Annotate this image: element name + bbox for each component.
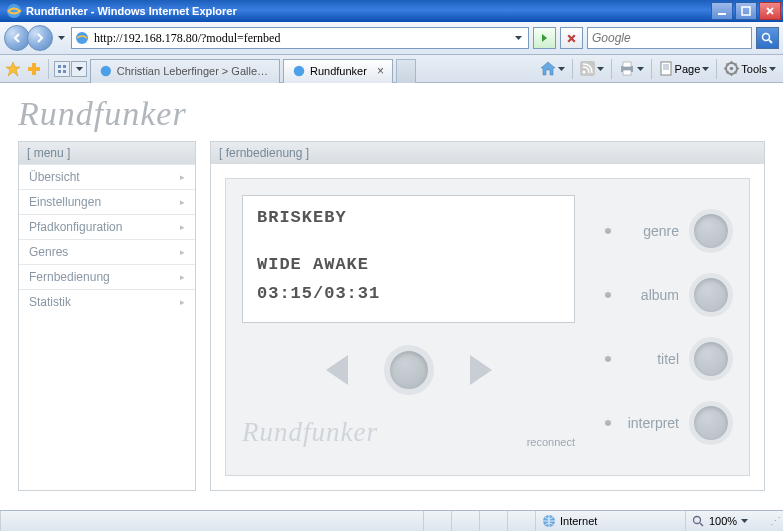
chevron-right-icon: ▸ (180, 172, 185, 182)
page-menu-button[interactable]: Page (656, 58, 713, 80)
svg-rect-2 (742, 7, 750, 15)
display-title: WIDE AWAKE (257, 255, 560, 274)
chevron-right-icon: ▸ (180, 197, 185, 207)
device-logo: Rundfunker (242, 417, 378, 448)
stop-button[interactable] (560, 27, 583, 49)
page-menu-label: Page (675, 63, 701, 75)
svg-rect-9 (58, 70, 61, 73)
svg-rect-1 (718, 13, 726, 15)
titel-knob[interactable] (689, 337, 733, 381)
zoom-control[interactable]: 100% (685, 511, 767, 531)
url-dropdown[interactable] (510, 36, 526, 40)
window-titlebar: Rundfunker - Windows Internet Explorer (0, 0, 783, 22)
chevron-right-icon: ▸ (180, 222, 185, 232)
svg-rect-8 (63, 65, 66, 68)
maximize-button[interactable] (735, 2, 757, 20)
chevron-right-icon: ▸ (180, 247, 185, 257)
nav-history-dropdown[interactable] (55, 25, 67, 51)
album-knob[interactable] (689, 273, 733, 317)
menu-item-uebersicht[interactable]: Übersicht▸ (19, 164, 195, 189)
svg-rect-7 (58, 65, 61, 68)
tab-close-icon[interactable]: × (377, 64, 384, 78)
status-bar: Internet 100% ⋰ (0, 510, 783, 531)
svg-point-20 (730, 67, 734, 71)
new-tab-button[interactable] (396, 59, 416, 83)
ie-icon (292, 64, 306, 78)
display-time: 03:15/03:31 (257, 284, 560, 303)
brand-logo: Rundfunker (18, 95, 765, 133)
now-playing-display: BRISKEBY WIDE AWAKE 03:15/03:31 (242, 195, 575, 323)
add-favorite-icon[interactable] (25, 60, 43, 78)
svg-point-22 (694, 516, 701, 523)
svg-point-11 (101, 66, 111, 76)
menu-item-einstellungen[interactable]: Einstellungen▸ (19, 189, 195, 214)
window-title: Rundfunker - Windows Internet Explorer (26, 5, 237, 17)
status-text (0, 511, 423, 531)
remote-panel: [ fernbedienung ] BRISKEBY WIDE AWAKE 03… (210, 141, 765, 491)
reconnect-link[interactable]: reconnect (527, 436, 575, 448)
minimize-button[interactable] (711, 2, 733, 20)
chevron-right-icon: ▸ (180, 297, 185, 307)
tab-label: Christian Leberfinger > Gallery... (117, 65, 271, 77)
url-input[interactable] (94, 31, 510, 46)
indicator-dot (605, 292, 611, 298)
tab-rundfunker[interactable]: Rundfunker × (283, 59, 393, 83)
security-zone[interactable]: Internet (535, 511, 685, 531)
remote-header: [ fernbedienung ] (211, 142, 764, 164)
quick-tabs[interactable] (54, 61, 87, 77)
control-label-interpret: interpret (621, 415, 679, 431)
control-label-titel: titel (621, 351, 679, 367)
ie-icon (99, 64, 113, 78)
svg-point-14 (582, 71, 585, 74)
display-artist: BRISKEBY (257, 208, 560, 227)
svg-rect-10 (63, 70, 66, 73)
svg-rect-17 (623, 70, 631, 75)
tab-gallery[interactable]: Christian Leberfinger > Gallery... (90, 59, 280, 83)
zoom-icon (692, 515, 705, 528)
play-button[interactable] (384, 345, 434, 395)
menu-header: [ menu ] (19, 142, 195, 164)
indicator-dot (605, 228, 611, 234)
next-button[interactable] (470, 355, 492, 385)
tab-toolbar: Christian Leberfinger > Gallery... Rundf… (0, 55, 783, 83)
navigation-bar (0, 22, 783, 55)
close-button[interactable] (759, 2, 781, 20)
control-label-genre: genre (621, 223, 679, 239)
indicator-dot (605, 356, 611, 362)
svg-rect-16 (623, 62, 631, 67)
interpret-knob[interactable] (689, 401, 733, 445)
svg-point-4 (763, 33, 770, 40)
search-box[interactable] (587, 27, 752, 49)
tools-menu-button[interactable]: Tools (721, 58, 779, 80)
control-label-album: album (621, 287, 679, 303)
prev-button[interactable] (326, 355, 348, 385)
page-icon (74, 30, 90, 46)
forward-button[interactable] (27, 25, 53, 51)
home-button[interactable] (537, 58, 568, 80)
menu-item-statistik[interactable]: Statistik▸ (19, 289, 195, 314)
resize-grip[interactable]: ⋰ (767, 515, 783, 528)
menu-panel: [ menu ] Übersicht▸ Einstellungen▸ Pfadk… (18, 141, 196, 491)
tab-label: Rundfunker (310, 65, 367, 77)
svg-rect-6 (28, 67, 40, 71)
feeds-button[interactable] (577, 58, 607, 80)
indicator-dot (605, 420, 611, 426)
tools-menu-label: Tools (741, 63, 767, 75)
print-button[interactable] (616, 58, 647, 80)
ie-icon (6, 3, 22, 19)
menu-item-genres[interactable]: Genres▸ (19, 239, 195, 264)
svg-point-12 (294, 66, 305, 77)
page-content: Rundfunker [ menu ] Übersicht▸ Einstellu… (0, 83, 783, 510)
menu-item-pfadkonfiguration[interactable]: Pfadkonfiguration▸ (19, 214, 195, 239)
globe-icon (542, 514, 556, 528)
search-button[interactable] (756, 27, 779, 49)
favorites-icon[interactable] (4, 60, 22, 78)
genre-knob[interactable] (689, 209, 733, 253)
chevron-down-icon (741, 519, 748, 523)
chevron-right-icon: ▸ (180, 272, 185, 282)
search-input[interactable] (592, 31, 747, 45)
menu-item-fernbedienung[interactable]: Fernbedienung▸ (19, 264, 195, 289)
address-bar[interactable] (71, 27, 529, 49)
go-button[interactable] (533, 27, 556, 49)
